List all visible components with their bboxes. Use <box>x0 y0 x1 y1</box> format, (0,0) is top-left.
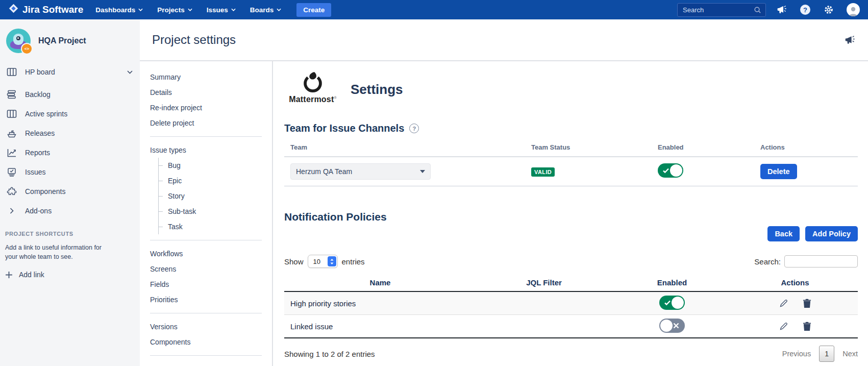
create-button[interactable]: Create <box>296 3 331 17</box>
col-name: Name <box>284 278 476 287</box>
sidebar-item-backlog[interactable]: Backlog <box>0 85 140 104</box>
sidebar-item-label: Components <box>25 187 65 196</box>
settings-item-reindex[interactable]: Re-index project <box>150 100 272 115</box>
project-header[interactable]: <> HQA Project <box>0 19 140 60</box>
chevron-down-icon <box>138 8 143 11</box>
jira-logo[interactable]: Jira Software <box>8 3 83 16</box>
sidebar-item-label: Backlog <box>25 90 51 99</box>
sidebar-item-reports[interactable]: Reports <box>0 143 140 162</box>
shortcuts-description: Add a link to useful information for you… <box>5 243 115 261</box>
settings-item-delete-project[interactable]: Delete project <box>150 115 272 131</box>
mattermost-mark-icon <box>301 70 325 94</box>
delete-policy-icon[interactable] <box>802 298 812 308</box>
policies-buttons: Back Add Policy <box>284 226 858 241</box>
next-button[interactable]: Next <box>842 350 858 358</box>
delete-policy-icon[interactable] <box>802 321 812 331</box>
settings-item-users-roles[interactable]: Users and roles <box>150 361 272 366</box>
page-size-select[interactable]: 10 <box>308 255 338 268</box>
settings-item-bug[interactable]: Bug <box>159 158 272 173</box>
add-link-label: Add link <box>19 271 44 279</box>
settings-item-screens[interactable]: Screens <box>150 261 272 277</box>
board-icon <box>6 66 17 78</box>
team-table-row: Herzum QA Team VALID Del <box>284 157 858 186</box>
page-header: Project settings <box>140 19 868 61</box>
col-team-status: Team Status <box>525 143 652 151</box>
settings-item-summary[interactable]: Summary <box>150 69 272 85</box>
page-number-button[interactable]: 1 <box>819 346 834 362</box>
chevron-down-icon <box>277 8 281 11</box>
main-content: Mattermost® Settings Team for Issue Chan… <box>273 61 868 366</box>
team-section-title: Team for Issue Channels ? <box>284 123 858 134</box>
x-icon <box>673 322 680 329</box>
feedback-megaphone-icon[interactable] <box>844 34 856 46</box>
edit-policy-icon[interactable] <box>778 298 788 308</box>
previous-button[interactable]: Previous <box>782 350 811 358</box>
settings-item-workflows[interactable]: Workflows <box>150 246 272 261</box>
policies-search-input[interactable] <box>784 255 858 267</box>
sidebar-item-addons[interactable]: Add-ons <box>0 201 140 221</box>
delete-team-button[interactable]: Delete <box>760 164 797 179</box>
settings-item-components[interactable]: Components <box>150 334 272 350</box>
add-link-button[interactable]: Add link <box>5 271 133 279</box>
col-actions: Actions <box>732 278 858 287</box>
nav-boards[interactable]: Boards <box>250 6 282 14</box>
add-policy-button[interactable]: Add Policy <box>805 226 858 241</box>
puzzle-icon <box>6 186 17 197</box>
navbar-search[interactable] <box>677 3 766 17</box>
team-enabled-toggle[interactable] <box>658 163 683 178</box>
mattermost-wordmark: Mattermost® <box>289 95 337 104</box>
project-avatar: <> <box>6 29 31 53</box>
settings-item-versions[interactable]: Versions <box>150 319 272 334</box>
sidebar-item-active-sprints[interactable]: Active sprints <box>0 104 140 124</box>
backlog-icon <box>6 89 17 100</box>
policy-enabled-toggle[interactable] <box>659 319 685 333</box>
nav-dashboards[interactable]: Dashboards <box>95 6 143 14</box>
project-sidebar: <> HQA Project HP board Backlog <box>0 19 140 366</box>
chart-icon <box>6 147 17 158</box>
user-avatar[interactable] <box>847 3 860 16</box>
code-badge-icon: <> <box>21 43 33 55</box>
page-size-value: 10 <box>313 258 325 265</box>
help-icon[interactable]: ? <box>800 4 811 15</box>
nav-issues[interactable]: Issues <box>207 6 236 14</box>
settings-item-task[interactable]: Task <box>159 219 272 234</box>
divider <box>150 313 262 313</box>
search-input[interactable] <box>682 6 754 14</box>
col-actions: Actions <box>754 143 858 151</box>
sprints-icon <box>6 108 17 119</box>
jira-page: Jira Software Dashboards Projects Issues… <box>0 0 868 366</box>
policies-footer: Showing 1 to 2 of 2 entries Previous 1 N… <box>284 346 858 362</box>
team-select[interactable]: Herzum QA Team <box>290 163 431 180</box>
settings-item-issue-types[interactable]: Issue types <box>150 142 272 158</box>
policies-table-header: Name JQL Filter Enabled Actions <box>284 275 858 292</box>
settings-item-epic[interactable]: Epic <box>159 173 272 188</box>
megaphone-icon[interactable] <box>776 4 787 15</box>
shortcuts-heading: PROJECT SHORTCUTS <box>5 231 133 237</box>
policy-enabled-toggle[interactable] <box>659 296 685 310</box>
divider <box>150 136 262 137</box>
settings-item-priorities[interactable]: Priorities <box>150 292 272 307</box>
sidebar-item-issues[interactable]: Issues <box>0 162 140 182</box>
chevron-down-icon <box>420 170 425 173</box>
help-circle-icon[interactable]: ? <box>409 124 419 133</box>
search-icon <box>754 6 761 14</box>
back-button[interactable]: Back <box>767 226 800 241</box>
nav-projects[interactable]: Projects <box>157 6 192 14</box>
brand-text: Jira Software <box>22 4 83 15</box>
edit-policy-icon[interactable] <box>778 321 788 331</box>
sidebar-item-components[interactable]: Components <box>0 182 140 201</box>
ship-icon <box>6 128 17 139</box>
gear-icon[interactable] <box>823 4 834 15</box>
settings-item-story[interactable]: Story <box>159 188 272 204</box>
settings-item-subtask[interactable]: Sub-task <box>159 204 272 219</box>
chevron-right-icon <box>6 205 17 216</box>
status-badge: VALID <box>531 167 555 177</box>
sidebar-item-releases[interactable]: Releases <box>0 124 140 143</box>
settings-item-fields[interactable]: Fields <box>150 277 272 292</box>
sidebar-item-label: Issues <box>25 168 45 176</box>
show-label: Show <box>284 257 304 266</box>
navbar-icons: ? <box>776 3 860 16</box>
settings-item-details[interactable]: Details <box>150 85 272 100</box>
chevron-down-icon <box>231 8 236 11</box>
sidebar-item-board[interactable]: HP board <box>0 62 140 82</box>
